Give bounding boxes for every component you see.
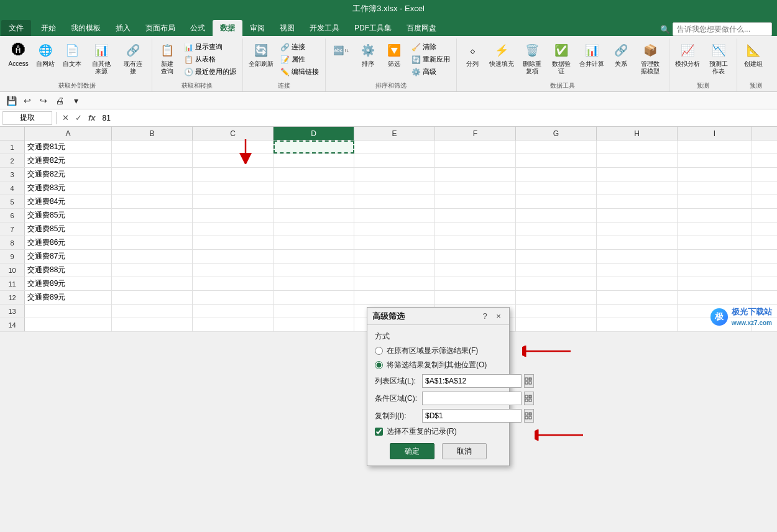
cell-b2[interactable]	[112, 154, 193, 167]
cell-h4[interactable]	[597, 181, 678, 195]
cell-g6[interactable]	[516, 209, 597, 222]
radio-in-place-input[interactable]	[375, 347, 383, 355]
radio-copy-to[interactable]: 将筛选结果复制到其他位置(O)	[375, 360, 502, 370]
cell-b1[interactable]	[112, 140, 193, 154]
cell-g14[interactable]	[516, 318, 597, 331]
cell-b12[interactable]	[112, 291, 193, 304]
cell-b14[interactable]	[112, 318, 193, 331]
cell-a9[interactable]: 交通费87元	[25, 250, 112, 263]
cell-i2[interactable]	[678, 154, 752, 167]
btn-forecast-sheet[interactable]: 📉 预测工作表	[705, 39, 733, 77]
cell-a2[interactable]: 交通费82元	[25, 154, 112, 167]
cell-c4[interactable]	[193, 181, 274, 195]
cell-e5[interactable]	[354, 195, 435, 208]
row-num-9[interactable]: 9	[0, 250, 25, 263]
tab-insert[interactable]: 插入	[108, 20, 138, 36]
cell-b11[interactable]	[112, 277, 193, 290]
cell-c11[interactable]	[193, 277, 274, 290]
btn-clear[interactable]: 🧹 清除	[409, 41, 453, 53]
cell-h7[interactable]	[597, 222, 678, 236]
cell-i6[interactable]	[678, 209, 752, 222]
col-header-f[interactable]: F	[435, 127, 516, 140]
btn-web[interactable]: 🌐 自网站	[33, 39, 57, 70]
cell-f6[interactable]	[435, 209, 516, 222]
dialog-cancel-button[interactable]: 取消	[442, 443, 487, 459]
criteria-input[interactable]	[422, 392, 522, 405]
col-header-c[interactable]: C	[193, 127, 274, 140]
cell-g7[interactable]	[516, 222, 597, 236]
cell-c13[interactable]	[193, 305, 274, 318]
cell-i10[interactable]	[678, 264, 752, 277]
btn-data-model[interactable]: 📦 管理数据模型	[636, 39, 665, 77]
cell-a7[interactable]: 交通费85元	[25, 222, 112, 236]
cell-g11[interactable]	[516, 277, 597, 290]
cell-c10[interactable]	[193, 264, 274, 277]
cell-d11[interactable]	[274, 277, 354, 290]
cell-e4[interactable]	[354, 181, 435, 195]
cell-f7[interactable]	[435, 222, 516, 236]
btn-new-query[interactable]: 📋 新建查询	[156, 39, 179, 77]
cell-d1[interactable]	[274, 140, 354, 154]
cell-g9[interactable]	[516, 250, 597, 263]
cell-e6[interactable]	[354, 209, 435, 222]
cell-d14[interactable]	[274, 318, 354, 331]
cell-h1[interactable]	[597, 140, 678, 154]
cell-h14[interactable]	[597, 318, 678, 331]
row-num-6[interactable]: 6	[0, 209, 25, 222]
cell-h10[interactable]	[597, 264, 678, 277]
cell-b3[interactable]	[112, 168, 193, 181]
row-num-8[interactable]: 8	[0, 236, 25, 249]
customise-button[interactable]: ▾	[70, 94, 82, 107]
list-range-selector-button[interactable]	[524, 374, 534, 388]
cell-g8[interactable]	[516, 236, 597, 249]
cell-g3[interactable]	[516, 168, 597, 181]
cell-c1[interactable]	[193, 140, 274, 154]
copy-to-selector-button[interactable]	[524, 409, 534, 423]
cell-h2[interactable]	[597, 154, 678, 167]
cell-g13[interactable]	[516, 305, 597, 318]
cell-g4[interactable]	[516, 181, 597, 195]
print-preview-button[interactable]: 🖨	[53, 94, 66, 107]
btn-other-sources[interactable]: 📊 自其他来源	[87, 39, 116, 77]
cell-e7[interactable]	[354, 222, 435, 236]
cell-a6[interactable]: 交通费85元	[25, 209, 112, 222]
cell-c12[interactable]	[193, 291, 274, 304]
btn-relations[interactable]: 🔗 关系	[609, 39, 633, 70]
btn-refresh-all[interactable]: 🔄 全部刷新	[247, 39, 275, 70]
cell-f5[interactable]	[435, 195, 516, 208]
cell-b6[interactable]	[112, 209, 193, 222]
cell-c6[interactable]	[193, 209, 274, 222]
row-num-7[interactable]: 7	[0, 222, 25, 236]
redo-button[interactable]: ↪	[37, 94, 50, 107]
col-header-a[interactable]: A	[25, 127, 112, 140]
tab-view[interactable]: 视图	[272, 20, 302, 36]
cell-i8[interactable]	[678, 236, 752, 249]
row-num-14[interactable]: 14	[0, 318, 25, 331]
dialog-close-button[interactable]: ×	[493, 311, 504, 322]
cell-f11[interactable]	[435, 277, 516, 290]
btn-from-table[interactable]: 📋 从表格	[182, 53, 239, 65]
cell-i3[interactable]	[678, 168, 752, 181]
confirm-formula-icon[interactable]: ✓	[73, 113, 84, 122]
cell-i1[interactable]	[678, 140, 752, 154]
cell-g2[interactable]	[516, 154, 597, 167]
cell-h11[interactable]	[597, 277, 678, 290]
btn-data-validation[interactable]: ✅ 数据验证	[548, 39, 575, 77]
btn-split-col[interactable]: ⬦ 分列	[461, 39, 485, 70]
dialog-confirm-button[interactable]: 确定	[390, 443, 434, 459]
btn-filter[interactable]: 🔽 筛选	[382, 39, 407, 70]
cell-c14[interactable]	[193, 318, 274, 331]
cell-h12[interactable]	[597, 291, 678, 304]
cell-g5[interactable]	[516, 195, 597, 208]
col-header-g[interactable]: G	[516, 127, 597, 140]
btn-properties[interactable]: 📝 属性	[278, 53, 321, 65]
btn-connections[interactable]: 🔗 连接	[278, 41, 321, 53]
row-num-10[interactable]: 10	[0, 264, 25, 277]
cell-b5[interactable]	[112, 195, 193, 208]
cell-e8[interactable]	[354, 236, 435, 249]
cell-d10[interactable]	[274, 264, 354, 277]
btn-reapply[interactable]: 🔄 重新应用	[409, 53, 453, 65]
cell-h5[interactable]	[597, 195, 678, 208]
btn-remove-dup[interactable]: 🗑️ 删除重复项	[519, 39, 546, 77]
cell-a4[interactable]: 交通费83元	[25, 181, 112, 195]
